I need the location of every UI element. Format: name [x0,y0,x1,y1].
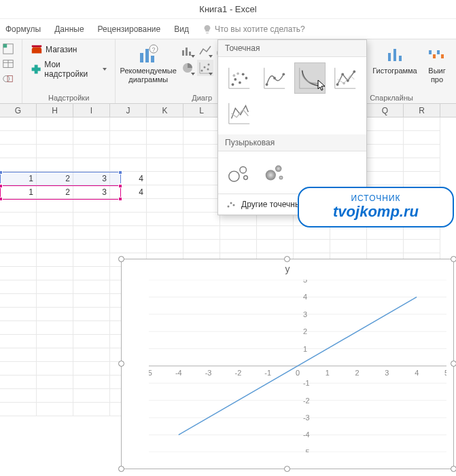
cell[interactable]: 4 [110,185,147,199]
cell[interactable] [37,117,73,131]
tab-view[interactable]: Вид [174,24,189,34]
scatter-markers-option[interactable] [224,62,255,94]
cell[interactable] [404,240,440,253]
cell[interactable] [147,213,183,226]
cell[interactable] [37,213,73,226]
cell[interactable]: 3 [73,172,110,185]
cell[interactable] [37,376,73,389]
cell[interactable] [73,403,110,416]
cell[interactable] [147,131,183,145]
scatter-straight-markers-option[interactable] [330,62,361,94]
column-header[interactable]: L [183,104,220,117]
pie-chart-button[interactable] [179,60,196,76]
tab-review[interactable]: Рецензирование [98,24,161,34]
cell[interactable] [37,226,73,240]
cell[interactable] [0,267,37,280]
recommended-charts-button[interactable]: ? Рекомендуемые диаграммы [121,42,175,85]
scatter-chart-button[interactable] [197,60,213,76]
scatter-smooth-markers-option[interactable] [259,62,290,94]
cell[interactable] [73,226,110,240]
cell[interactable] [0,240,37,253]
cell[interactable] [73,199,110,213]
sparkline-winloss-button[interactable]: Выиг про [423,42,451,85]
cell[interactable] [367,117,404,131]
bubble-option[interactable] [224,157,255,188]
column-header[interactable]: R [404,104,440,117]
cell[interactable] [37,158,73,172]
cell[interactable] [73,280,110,294]
column-header[interactable]: G [0,104,37,117]
cell[interactable] [294,226,330,240]
cell[interactable] [37,280,73,294]
cell[interactable] [73,253,110,267]
cell[interactable] [37,308,73,321]
cell[interactable] [147,145,183,158]
cell[interactable]: 3 [73,185,110,199]
pivot-table-button[interactable] [1,42,20,56]
cell[interactable] [367,131,404,145]
cell[interactable] [73,362,110,376]
cell[interactable] [110,240,147,253]
cell[interactable] [367,226,404,240]
cell[interactable] [294,240,330,253]
cell[interactable] [110,158,147,172]
cell[interactable] [37,253,73,267]
cell[interactable] [0,158,37,172]
cell[interactable] [147,226,183,240]
cell[interactable] [73,376,110,389]
cell[interactable] [183,226,220,240]
cell[interactable] [147,185,183,199]
cell[interactable] [73,131,110,145]
cell[interactable] [183,213,220,226]
cell[interactable] [257,226,294,240]
cell[interactable] [183,199,220,213]
cell[interactable] [37,335,73,348]
cell[interactable] [73,117,110,131]
cell[interactable] [404,117,440,131]
cell[interactable] [0,321,37,335]
cell[interactable] [37,294,73,308]
cell[interactable] [147,172,183,185]
chart-plot-area[interactable]: -5-4-3-2-112345-5-4-3-2-1012345 [149,280,446,452]
cell[interactable] [0,403,37,416]
cell[interactable] [183,117,220,131]
column-chart-button[interactable] [179,42,196,58]
cell[interactable] [37,240,73,253]
cell[interactable]: 4 [110,172,147,185]
cell[interactable] [330,240,367,253]
cell[interactable] [147,158,183,172]
cell[interactable]: 2 [37,185,73,199]
cell[interactable] [37,131,73,145]
cell[interactable] [0,213,37,226]
cell[interactable] [0,362,37,376]
cell[interactable] [404,226,440,240]
tab-formulas[interactable]: Формулы [5,24,41,34]
cell[interactable] [367,240,404,253]
cell[interactable]: 1 [0,185,37,199]
embedded-chart[interactable]: y -5-4-3-2-112345-5-4-3-2-1012345 [121,259,454,469]
cell[interactable] [0,389,37,403]
cell[interactable] [0,253,37,267]
cell[interactable] [73,158,110,172]
cell[interactable] [147,240,183,253]
cell[interactable] [0,145,37,158]
illustrations-button[interactable] [1,72,20,86]
cell[interactable] [110,131,147,145]
sparkline-column-button[interactable]: Гистограмма [370,42,419,77]
cell[interactable] [183,240,220,253]
scatter-smooth-lines-option[interactable] [294,62,326,94]
cell[interactable] [73,240,110,253]
cell[interactable] [110,213,147,226]
cell[interactable] [147,199,183,213]
cell[interactable] [0,376,37,389]
cell[interactable] [37,321,73,335]
cell[interactable] [37,389,73,403]
column-header[interactable]: Q [367,104,404,117]
cell[interactable] [404,158,440,172]
cell[interactable] [73,145,110,158]
cell[interactable] [37,403,73,416]
cell[interactable] [404,131,440,145]
cell[interactable] [37,348,73,362]
cell[interactable] [73,267,110,280]
cell[interactable] [73,335,110,348]
